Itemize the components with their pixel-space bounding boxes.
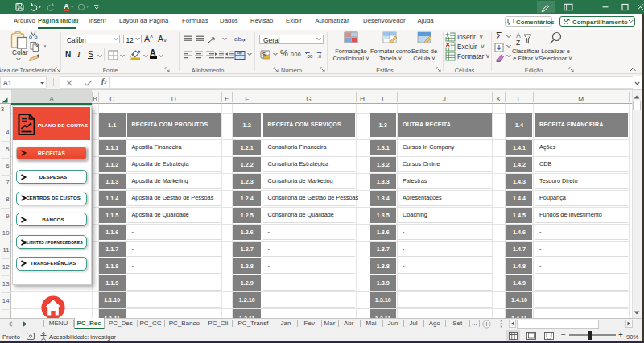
svg-text:.00: .00 <box>306 54 313 59</box>
svg-text:.0: .0 <box>317 54 322 59</box>
svg-text:Z: Z <box>516 39 520 46</box>
svg-text:$: $ <box>262 52 266 57</box>
svg-text:A: A <box>64 2 69 10</box>
svg-text:ab: ab <box>234 35 242 43</box>
